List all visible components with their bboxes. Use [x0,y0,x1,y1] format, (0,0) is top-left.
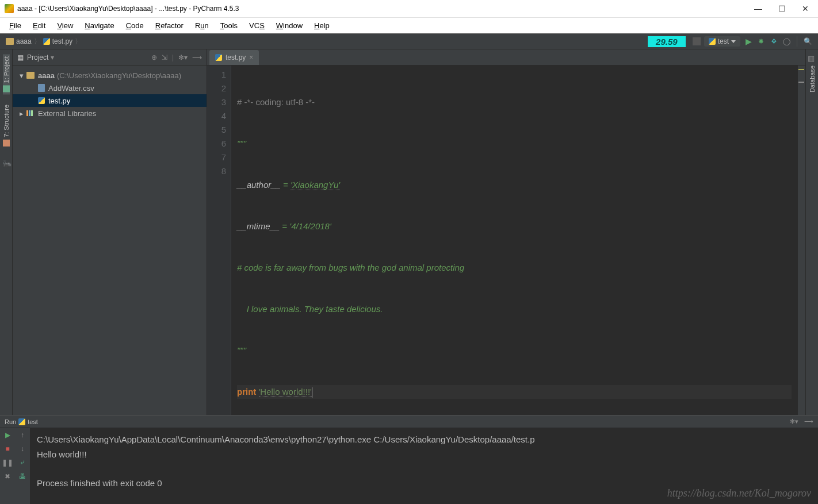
python-file-icon [215,54,222,61]
project-panel: ▦ Project ▾ ⊕ ⇲ | ✻▾ ⟶ aaaa (C:\Users\Xi… [13,49,207,415]
maximize-button[interactable]: ☐ [778,4,786,13]
external-libraries-label: External Libraries [38,109,96,118]
menu-file[interactable]: File [3,19,27,32]
warning-marker[interactable] [798,69,804,70]
chevron-down-icon[interactable]: ▾ [51,53,54,61]
folder-icon [26,72,35,79]
project-view-icon: ▦ [17,53,24,61]
menu-edit[interactable]: Edit [27,19,51,32]
menu-code[interactable]: Code [120,19,150,32]
down-button[interactable]: ↓ [18,444,27,453]
stop-button[interactable]: ◯ [782,37,791,46]
gear-icon[interactable]: ✻▾ [790,418,798,425]
menu-help[interactable]: Help [308,19,335,32]
run-panel-header: Run test ✻▾ ⟶ [0,415,818,428]
hide-icon[interactable]: ⟶ [804,418,813,425]
project-panel-title: Project [27,53,48,61]
file-row-csv[interactable]: AddWater.csv [13,82,207,94]
editor-marker-strip[interactable] [797,66,805,415]
minimize-button[interactable]: — [754,4,762,13]
breadcrumb-file[interactable]: test.py [43,37,72,45]
menu-tools[interactable]: Tools [215,19,243,32]
project-root-name: aaaa [38,71,55,80]
run-button[interactable]: ▶ [744,37,753,46]
file-name: test.py [48,97,70,105]
breadcrumb-separator: 〉 [75,37,82,47]
right-tool-strip: ▥ Database [805,49,818,415]
editor-tab-label: test.py [225,53,246,61]
tool-database[interactable]: Database [809,63,816,95]
db-icon[interactable]: ▥ [808,54,817,63]
separator [797,36,797,47]
hide-icon[interactable]: ⟶ [192,53,202,61]
info-marker[interactable] [798,82,804,83]
gear-icon[interactable]: ✻▾ [178,53,188,61]
close-icon[interactable]: × [249,53,253,61]
divider-icon [693,37,701,45]
coverage-button[interactable]: ❖ [769,37,778,46]
tool-project[interactable]: 1: Project [3,54,10,94]
library-icon [26,110,35,116]
menu-view[interactable]: View [51,19,79,32]
run-panel-tools: ✻▾ ⟶ [790,418,813,425]
code-content[interactable]: # -*- coding: utf-8 -*- """ __author__ =… [231,66,797,415]
run-tab-name[interactable]: test [28,418,38,425]
pycharm-icon [5,4,14,13]
structure-icon [3,140,10,147]
console-output[interactable]: C:\Users\XiaokangYu\AppData\Local\Contin… [30,428,818,504]
menu-refactor[interactable]: Refactor [150,19,189,32]
tool-structure[interactable]: 7: Structure [3,102,10,149]
file-icon [38,84,45,92]
print-button[interactable]: 🖶 [18,472,27,481]
ant-icon[interactable]: 🐜 [2,159,10,167]
file-name: AddWater.csv [48,84,94,93]
run-config-selector[interactable]: test [704,36,740,47]
pause-button[interactable]: ❚❚ [3,458,12,467]
close-button[interactable]: ✖ [3,472,12,481]
debug-button[interactable]: ✸ [756,37,766,46]
breadcrumb-root[interactable]: aaaa [16,37,32,45]
external-libraries-row[interactable]: External Libraries [13,107,207,120]
folder-icon [6,38,14,45]
editor-body[interactable]: 12345678 # -*- coding: utf-8 -*- """ __a… [207,66,805,415]
search-button[interactable]: 🔍 [803,37,812,46]
collapse-icon[interactable]: ⇲ [162,53,167,61]
window-title: aaaa - [C:\Users\XiaokangYu\Desktop\aaaa… [17,5,239,13]
wrap-button[interactable]: ⤶ [18,458,27,467]
breadcrumb-separator: 〉 [34,37,41,47]
rerun-button[interactable]: ▶ [3,430,12,440]
up-button[interactable]: ↑ [18,430,27,440]
run-toolbar-left-1: ▶ ■ ❚❚ ✖ [0,428,15,504]
menu-window[interactable]: Window [270,19,308,32]
file-row-py[interactable]: test.py [13,94,207,107]
locate-icon[interactable]: ⊕ [151,53,157,61]
run-config-label: test [718,37,729,45]
menu-vcs[interactable]: VCS [243,19,270,32]
title-bar: aaaa - [C:\Users\XiaokangYu\Desktop\aaaa… [0,0,818,17]
menu-navigate[interactable]: Navigate [79,19,120,32]
run-body: ▶ ■ ❚❚ ✖ ↑ ↓ ⤶ 🖶 C:\Users\XiaokangYu\App… [0,428,818,504]
expand-arrow-icon[interactable] [20,109,25,118]
expand-arrow-icon[interactable] [20,71,25,80]
project-root-path: (C:\Users\XiaokangYu\Desktop\aaaa) [57,71,181,80]
python-file-icon [43,38,50,45]
chevron-down-icon [731,40,736,43]
editor-tab[interactable]: test.py × [209,50,259,65]
project-tree: aaaa (C:\Users\XiaokangYu\Desktop\aaaa) … [13,66,207,123]
left-tool-strip: 1: Project 7: Structure 🐜 [0,49,13,415]
menu-bar: File Edit View Navigate Code Refactor Ru… [0,17,818,33]
main-area: 1: Project 7: Structure 🐜 ▦ Project ▾ ⊕ … [0,49,818,415]
editor-area: test.py × 12345678 # -*- coding: utf-8 -… [207,49,805,415]
line-gutter: 12345678 [207,66,231,415]
window-controls: — ☐ ✕ [754,4,813,13]
project-root-row[interactable]: aaaa (C:\Users\XiaokangYu\Desktop\aaaa) [13,69,207,82]
project-icon [3,85,10,92]
separator: | [172,53,174,61]
python-icon [18,418,25,425]
caret [312,387,312,398]
python-icon [709,38,716,45]
menu-run[interactable]: Run [189,19,215,32]
close-button[interactable]: ✕ [802,4,809,13]
stop-button[interactable]: ■ [3,444,12,453]
run-tab-label[interactable]: Run [5,418,16,425]
